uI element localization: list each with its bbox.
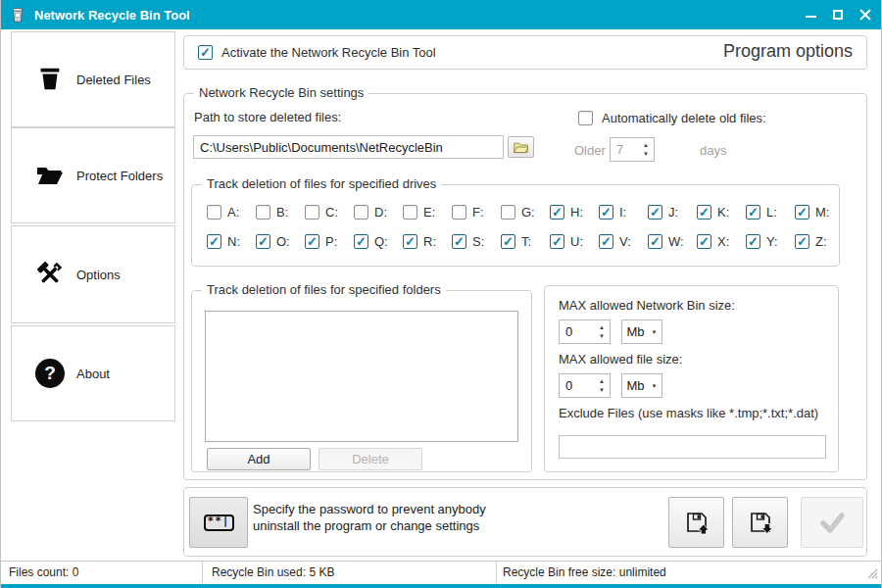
checkbox-box[interactable] <box>256 234 270 249</box>
drive-checkbox-s[interactable]: S: <box>452 234 501 249</box>
drive-checkbox-t[interactable]: T: <box>501 234 550 249</box>
checkbox-box[interactable] <box>697 234 711 249</box>
drive-checkbox-q[interactable]: Q: <box>354 234 403 249</box>
spinner-arrows-icon[interactable]: ▲▼ <box>599 378 610 393</box>
drive-checkbox-b[interactable]: B: <box>256 205 305 220</box>
checkbox-box[interactable] <box>452 205 466 220</box>
checkbox-box[interactable] <box>403 234 417 249</box>
drive-checkbox-d[interactable]: D: <box>354 205 403 220</box>
minimize-button[interactable] <box>797 0 824 29</box>
window-controls <box>797 0 879 29</box>
max-file-unit-dropdown[interactable]: Mb ▼ <box>621 373 662 398</box>
close-button[interactable] <box>852 0 879 29</box>
max-file-value: 0 <box>560 378 599 393</box>
drive-checkbox-j[interactable]: J: <box>648 205 697 220</box>
drive-checkbox-f[interactable]: F: <box>452 205 501 220</box>
days-spinner[interactable]: 7 ▲▼ <box>610 137 655 162</box>
max-file-label: MAX allowed file size: <box>559 352 682 367</box>
exclude-files-input[interactable] <box>559 435 826 459</box>
drive-label: I: <box>619 205 626 220</box>
drive-checkbox-p[interactable]: P: <box>305 234 354 249</box>
auto-delete-checkbox[interactable] <box>578 111 593 125</box>
drive-checkbox-m[interactable]: M: <box>795 205 844 220</box>
checkbox-box[interactable] <box>648 234 662 249</box>
sidebar-item-protect-folders[interactable]: Protect Folders <box>11 127 175 223</box>
activate-checkbox[interactable] <box>198 45 213 60</box>
drive-checkbox-h[interactable]: H: <box>550 205 599 220</box>
checkbox-box[interactable] <box>403 205 417 220</box>
checkbox-box[interactable] <box>795 205 809 220</box>
maximize-button[interactable] <box>824 0 852 29</box>
checkbox-box[interactable] <box>501 205 515 220</box>
checkbox-box[interactable] <box>599 234 613 249</box>
max-bin-spinner[interactable]: 0 ▲▼ <box>559 319 611 344</box>
spinner-arrows-icon[interactable]: ▲▼ <box>599 324 610 339</box>
sidebar-item-label: Options <box>76 268 121 282</box>
checkbox-box[interactable] <box>697 205 711 220</box>
checkbox-box[interactable] <box>452 234 466 249</box>
drives-group-title: Track deletion of files for specified dr… <box>202 176 441 191</box>
drive-checkbox-r[interactable]: R: <box>403 234 452 249</box>
password-button[interactable]: **| <box>189 497 248 548</box>
folder-open-icon <box>31 160 69 191</box>
drive-checkbox-z[interactable]: Z: <box>795 234 844 249</box>
drive-checkbox-w[interactable]: W: <box>648 234 697 249</box>
checkbox-box[interactable] <box>501 234 515 249</box>
drive-checkbox-n[interactable]: N: <box>207 234 256 249</box>
resize-grip[interactable] <box>866 567 879 583</box>
checkbox-box[interactable] <box>305 234 319 249</box>
checkbox-box[interactable] <box>746 205 760 220</box>
path-input[interactable] <box>193 135 504 159</box>
drive-checkbox-v[interactable]: V: <box>599 234 648 249</box>
chevron-down-icon: ▼ <box>652 329 658 335</box>
browse-folder-button[interactable] <box>508 136 534 158</box>
drive-checkbox-u[interactable]: U: <box>550 234 599 249</box>
export-settings-button[interactable] <box>668 497 724 548</box>
checkbox-box[interactable] <box>354 234 368 249</box>
max-bin-label: MAX allowed Network Bin size: <box>559 298 735 313</box>
max-file-unit-value: Mb <box>626 378 644 393</box>
status-files-count: Files count: 0 <box>9 562 78 584</box>
folders-group: Track deletion of files for specified fo… <box>191 290 532 472</box>
drive-checkbox-k[interactable]: K: <box>697 205 746 220</box>
max-file-spinner[interactable]: 0 ▲▼ <box>559 373 611 398</box>
drive-checkbox-g[interactable]: G: <box>501 205 550 220</box>
max-bin-unit-value: Mb <box>626 324 644 339</box>
minimize-icon <box>806 16 816 18</box>
drive-checkbox-e[interactable]: E: <box>403 205 452 220</box>
checkbox-box[interactable] <box>648 205 662 220</box>
checkbox-box[interactable] <box>354 205 368 220</box>
drive-label: R: <box>423 234 436 249</box>
apply-button[interactable] <box>801 497 863 548</box>
checkbox-box[interactable] <box>256 205 270 220</box>
checkbox-box[interactable] <box>746 234 760 249</box>
import-settings-button[interactable] <box>732 497 788 548</box>
drive-label: T: <box>521 234 531 249</box>
folders-listbox[interactable] <box>205 311 518 442</box>
sidebar-item-deleted-files[interactable]: Deleted Files <box>11 31 175 127</box>
drive-label: N: <box>227 234 240 249</box>
checkbox-box[interactable] <box>550 234 564 249</box>
checkbox-box[interactable] <box>207 205 221 220</box>
max-bin-unit-dropdown[interactable]: Mb ▼ <box>621 319 662 344</box>
add-folder-button[interactable]: Add <box>207 448 311 470</box>
question-icon: ? <box>31 359 69 388</box>
drive-checkbox-l[interactable]: L: <box>746 205 795 220</box>
delete-folder-button[interactable]: Delete <box>318 448 422 470</box>
drive-checkbox-i[interactable]: I: <box>599 205 648 220</box>
app-icon <box>9 6 26 24</box>
drive-checkbox-x[interactable]: X: <box>697 234 746 249</box>
checkbox-box[interactable] <box>795 234 809 249</box>
sidebar-item-options[interactable]: Options <box>11 225 175 323</box>
drive-label: W: <box>668 234 684 249</box>
drive-checkbox-a[interactable]: A: <box>207 205 256 220</box>
sidebar-item-about[interactable]: ? About <box>11 325 175 421</box>
drive-checkbox-y[interactable]: Y: <box>746 234 795 249</box>
spinner-arrows-icon[interactable]: ▲▼ <box>643 142 654 157</box>
checkbox-box[interactable] <box>305 205 319 220</box>
drive-checkbox-c[interactable]: C: <box>305 205 354 220</box>
checkbox-box[interactable] <box>550 205 564 220</box>
drive-checkbox-o[interactable]: O: <box>256 234 305 249</box>
checkbox-box[interactable] <box>599 205 613 220</box>
checkbox-box[interactable] <box>207 234 221 249</box>
